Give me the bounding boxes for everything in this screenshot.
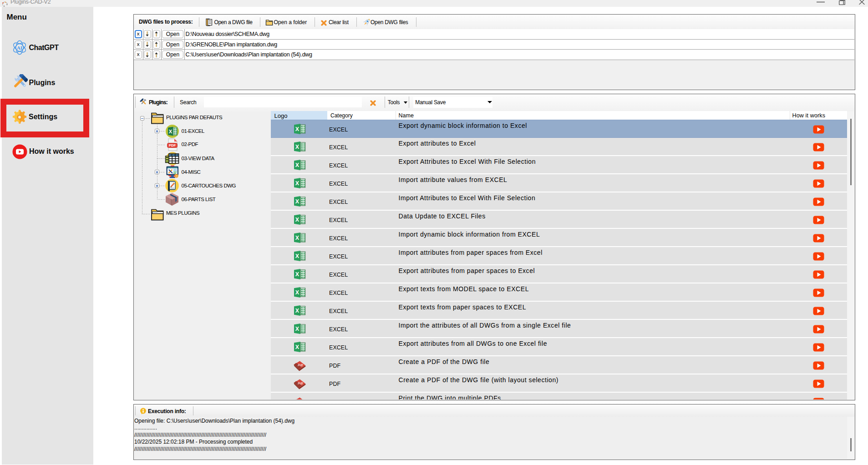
svg-text:PDF: PDF (169, 143, 176, 147)
svg-text:X: X (295, 143, 299, 150)
svg-text:X: X (295, 216, 299, 223)
svg-text:X: X (295, 307, 299, 314)
svg-text:X: X (295, 253, 299, 259)
svg-text:X: X (295, 325, 299, 332)
svg-text:X: X (295, 180, 299, 187)
svg-text:X: X (295, 198, 299, 205)
svg-text:X: X (295, 126, 299, 132)
svg-text:AI: AI (17, 45, 22, 51)
svg-text:X: X (295, 271, 299, 278)
svg-text:pdf: pdf (297, 399, 303, 399)
svg-text:X: X (295, 162, 299, 168)
svg-text:X: X (295, 344, 299, 350)
svg-text:X: X (168, 129, 172, 134)
svg-text:X: X (295, 234, 299, 241)
svg-text:X: X (295, 289, 299, 296)
